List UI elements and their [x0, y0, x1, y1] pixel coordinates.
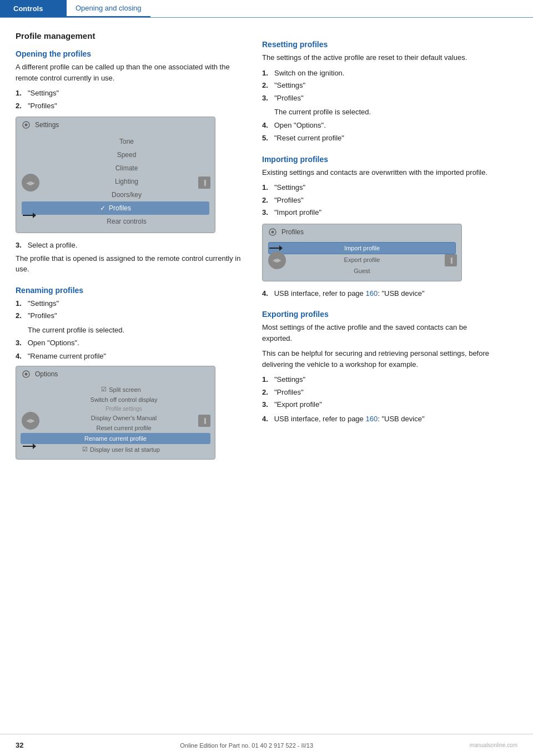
list-item: 2. "Profiles"	[262, 195, 495, 206]
step-text: "Profiles"	[274, 387, 304, 398]
list-item: 1. "Settings"	[16, 298, 249, 309]
importing-step4-pre: USB interface, refer to page	[274, 289, 366, 298]
controls-label: Controls	[13, 4, 43, 13]
right-button: ▐	[198, 177, 210, 189]
profiles-btn-icon: ▐	[445, 254, 457, 266]
step-text: "Profiles"	[28, 310, 57, 321]
step-number: 1.	[16, 298, 24, 309]
list-item: 3. "Import profile"	[262, 207, 495, 218]
menu-item-profiles: ✓ Profiles	[22, 201, 209, 215]
importing-step4-post: : "USB device"	[378, 289, 424, 298]
main-content: Profile management Opening the profiles …	[0, 18, 533, 500]
arrow-line	[23, 215, 33, 216]
step-text: Switch on the ignition.	[274, 68, 344, 79]
list-item: 2. "Profiles"	[16, 100, 249, 112]
step5-text: "Reset current profile"	[274, 134, 344, 142]
resetting-profiles-intro: The settings of the active profile are r…	[262, 52, 495, 63]
gear-icon	[22, 120, 31, 129]
options-owners-manual: Display Owner's Manual	[21, 413, 210, 423]
exporting-step4-pre: USB interface, refer to page	[274, 415, 366, 423]
step-number: 1.	[262, 374, 271, 385]
nav-control: ◀▶	[22, 174, 39, 191]
step-number: 2.	[262, 195, 271, 206]
list-item: 1. "Settings"	[16, 88, 249, 99]
step-text: "Settings"	[274, 80, 305, 91]
list-item: 3. "Export profile"	[262, 399, 495, 410]
options-split-screen: ☑ Split screen	[21, 384, 210, 395]
options-profile-settings-label: Profile settings	[21, 405, 210, 413]
footer-text: Online Edition for Part no. 01 40 2 917 …	[180, 742, 313, 749]
page-title: Profile management	[16, 31, 249, 41]
exporting-step4-post: : "USB device"	[378, 415, 424, 423]
watermark-text: manualsonline.com	[470, 742, 517, 748]
menu-item-doors: Doors/key	[16, 188, 215, 201]
arrow-tip	[33, 213, 36, 218]
screen-title: Settings	[35, 121, 59, 129]
renaming-step4: 4. "Rename current profile"	[16, 351, 249, 362]
profiles-export: Export profile	[267, 254, 457, 265]
step3-text: 3. Select a profile.	[16, 240, 249, 251]
svg-point-3	[25, 373, 28, 376]
list-item: 3. "Profiles"	[262, 93, 495, 104]
nav-circle: ◀▶	[22, 174, 39, 191]
resetting-steps: 1. Switch on the ignition. 2. "Settings"…	[262, 68, 495, 104]
profiles-nav: ◀▶	[268, 251, 286, 269]
opening-profiles-intro: A different profile can be called up tha…	[16, 62, 249, 83]
options-body: ◀▶ ☑ Split screen Switch off control dis…	[16, 382, 215, 459]
settings-menu: Tone Speed Climate Lighting Doors/key ✓ …	[16, 133, 215, 233]
step-text: "Profiles"	[274, 93, 304, 104]
options-reset-profile: Reset current profile	[21, 423, 210, 433]
resetting-step5: 5. "Reset current profile"	[262, 133, 495, 144]
profiles-arrows: ◀▶	[273, 257, 281, 263]
gear-icon-options	[22, 370, 31, 379]
renaming-profiles-title: Renaming profiles	[16, 286, 249, 295]
importing-step4: 4. USB interface, refer to page 160: "US…	[262, 288, 495, 299]
profiles-import: Import profile	[268, 242, 456, 254]
profiles-nav-circle: ◀▶	[268, 251, 286, 269]
options-title: Options	[35, 370, 58, 378]
list-item: 2. "Profiles"	[262, 387, 495, 398]
screen-body: ◀▶ Tone Speed Climate Lighting Doors/key…	[16, 133, 215, 233]
resetting-profiles-title: Resetting profiles	[262, 40, 495, 49]
options-nav-circle: ◀▶	[22, 412, 39, 430]
exporting-intro2: This can be helpful for securing and ret…	[262, 348, 495, 370]
step3-note: The profile that is opened is assigned t…	[16, 253, 249, 275]
resetting-step3-note: The current profile is selected.	[274, 107, 495, 118]
step-text: "Export profile"	[274, 399, 322, 410]
step3-num: 3.	[16, 339, 22, 347]
step-number: 1.	[262, 182, 271, 193]
list-item: 2. "Profiles"	[16, 310, 249, 321]
renaming-profiles-steps: 1. "Settings" 2. "Profiles"	[16, 298, 249, 321]
importing-page-link[interactable]: 160	[365, 289, 378, 298]
page-header: Controls Opening and closing	[0, 0, 533, 18]
options-rename-profile: Rename current profile	[21, 433, 210, 444]
options-arrows: ◀▶	[26, 417, 35, 424]
list-item: 2. "Settings"	[262, 80, 495, 91]
check-icon2: ☑	[82, 446, 88, 453]
importing-step4-num: 4.	[262, 289, 268, 298]
menu-item-speed: Speed	[16, 148, 215, 162]
header-breadcrumb: Opening and closing	[67, 0, 150, 17]
exporting-page-link[interactable]: 160	[365, 415, 378, 423]
options-menu: ☑ Split screen Switch off control displa…	[16, 382, 215, 459]
step3-content: Select a profile.	[28, 241, 78, 249]
step-number: 1.	[262, 68, 271, 79]
importing-profiles-title: Importing profiles	[262, 155, 495, 164]
step-text: "Settings"	[274, 182, 305, 193]
profiles-arrow	[269, 245, 283, 251]
check-icon: ☑	[101, 386, 107, 393]
menu-item-lighting: Lighting	[16, 175, 215, 188]
arrow-line2	[23, 446, 33, 447]
step-text: "Profiles"	[28, 100, 57, 112]
page-number: 32	[16, 741, 23, 749]
renaming-step3: 3. Open "Options".	[16, 337, 249, 349]
list-item: 1. "Settings"	[262, 374, 495, 385]
exporting-step4-num: 4.	[262, 415, 268, 423]
arrow-tip2	[33, 443, 36, 449]
header-controls-tab[interactable]: Controls	[0, 0, 67, 17]
options-display-user-list: ☑ Display user list at startup	[21, 444, 210, 455]
step-text: "Import profile"	[274, 207, 321, 218]
step4-num: 4.	[16, 352, 22, 360]
renaming-step2-note: The current profile is selected.	[28, 325, 249, 336]
profiles-menu: Import profile Export profile Guest	[263, 240, 461, 281]
